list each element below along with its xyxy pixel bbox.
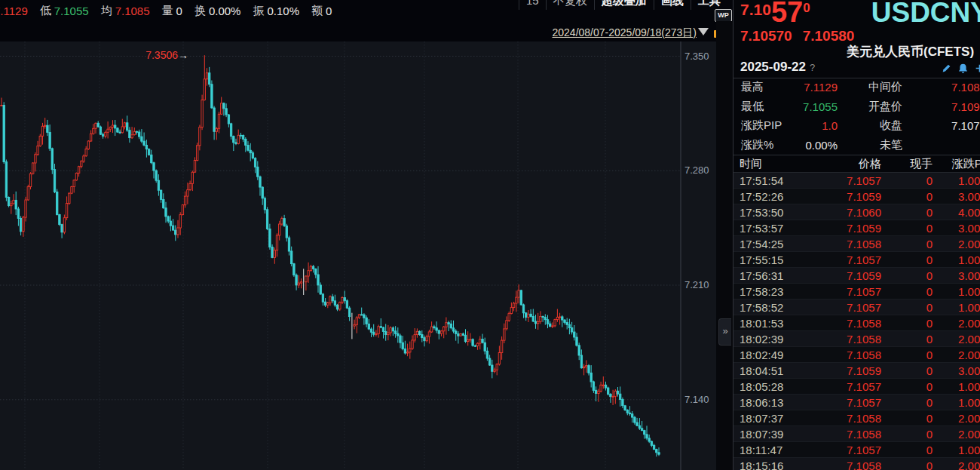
toolbar-item-超级叠加[interactable]: 超级叠加 <box>594 0 654 10</box>
date-range-row: 2024/08/07-2025/09/18(273日) <box>0 26 697 40</box>
trading-app-window: 高7.1129低7.1055均7.1085量0换0.00%振0.10%额0 15… <box>0 0 980 470</box>
ask-price: 7.10580 <box>803 28 855 44</box>
last-price: 7.10570 <box>740 1 810 26</box>
stat-row: 最高7.1129中间价7.1085 <box>733 78 980 97</box>
alert-bell-icon[interactable] <box>958 63 968 73</box>
chart-canvas[interactable] <box>0 41 716 470</box>
tick-row[interactable]: 18:02:497.105802.0000 <box>733 347 980 363</box>
y-axis-label: 7.140 <box>684 395 718 405</box>
chart-stats-items: 高7.1129低7.1055均7.1085量0换0.00%振0.10%额0 <box>0 4 344 18</box>
stat-低: 低7.1055 <box>40 4 89 18</box>
tick-row[interactable]: 18:07:397.105802.0000 <box>733 426 980 442</box>
toolbar-items: 15不复权超级叠加画线工具 <box>519 0 727 10</box>
tick-col-价格: 价格 <box>806 157 881 171</box>
stat-振: 振0.10% <box>253 4 299 18</box>
tick-row[interactable]: 18:15:167.105802.0000 <box>733 458 980 470</box>
toolbar-item-不复权[interactable]: 不复权 <box>546 0 594 10</box>
tick-row[interactable]: 17:58:527.105701.0000 <box>733 300 980 315</box>
y-axis-label: 7.210 <box>684 280 718 290</box>
tick-row[interactable]: 17:56:317.105903.0000 <box>733 268 980 284</box>
chevron-down-icon[interactable] <box>698 28 709 35</box>
tick-col-涨跌PIP: 涨跌PIP <box>933 157 980 171</box>
quote-actions <box>942 63 980 73</box>
symbol-code: USDCNY <box>871 0 980 29</box>
tick-row[interactable]: 17:51:547.105701.0000 <box>733 173 980 189</box>
tick-col-时间: 时间 <box>740 157 806 171</box>
peak-annotation: 7.3506→ <box>96 49 187 61</box>
help-icon[interactable]: ? <box>810 62 815 73</box>
tick-row[interactable]: 18:05:287.105701.0000 <box>733 379 980 395</box>
add-plus-icon[interactable] <box>975 63 980 73</box>
tick-row[interactable]: 18:07:377.105802.0000 <box>733 410 980 426</box>
tick-row[interactable]: 17:52:267.105903.0000 <box>733 189 980 204</box>
panel-gutter <box>716 21 733 470</box>
quote-panel: 7.10570 7.105707.10580 USDCNY 美元兑人民币(CFE… <box>733 0 980 470</box>
tick-table[interactable]: 17:51:547.105701.000017:52:267.105903.00… <box>733 173 980 470</box>
tick-row[interactable]: 17:55:157.105701.0000 <box>733 252 980 268</box>
tick-table-header: 时间价格现手涨跌PIP <box>733 155 980 173</box>
wp-window-icon[interactable]: WP <box>715 9 732 22</box>
edit-pencil-icon[interactable] <box>942 63 951 73</box>
tick-row[interactable]: 17:58:237.105701.0000 <box>733 284 980 300</box>
quote-stats-grid: 最高7.1129中间价7.1085最低7.1055开盘价7.1099涨跌PIP1… <box>733 78 980 155</box>
tick-col-现手: 现手 <box>881 157 933 171</box>
toolbar-item-15[interactable]: 15 <box>519 0 546 10</box>
instrument-name: 美元兑人民币(CFETS) <box>847 43 974 60</box>
stat-高: 高7.1129 <box>0 4 28 18</box>
candlestick-chart[interactable]: 7.3506→ 7.3507.2807.2107.140 <box>0 41 716 470</box>
quote-date: 2025-09-22? <box>740 60 815 75</box>
stat-row: 涨跌%0.00%未笔- <box>733 136 980 155</box>
tick-row[interactable]: 18:06:137.105701.0000 <box>733 395 980 410</box>
y-axis-label: 7.280 <box>684 165 718 176</box>
bid-price: 7.10570 <box>740 28 792 44</box>
panel-expand-handle[interactable]: » <box>718 318 731 346</box>
tick-row[interactable]: 18:02:397.105802.0000 <box>733 331 980 347</box>
tick-row[interactable]: 17:53:507.106004.0000 <box>733 204 980 220</box>
quote-header: 7.10570 7.105707.10580 USDCNY 美元兑人民币(CFE… <box>733 0 980 78</box>
toolbar-item-画线[interactable]: 画线 <box>654 0 691 10</box>
tick-row[interactable]: 17:54:257.105802.0000 <box>733 236 980 252</box>
tick-row[interactable]: 18:04:517.105903.0000 <box>733 363 980 379</box>
stat-row: 最低7.1055开盘价7.1099 <box>733 97 980 117</box>
date-range-link[interactable]: 2024/08/07-2025/09/18(273日) <box>553 26 697 38</box>
stat-额: 额0 <box>311 4 332 18</box>
tick-row[interactable]: 18:01:537.105802.0000 <box>733 315 980 331</box>
stat-量: 量0 <box>162 4 182 18</box>
bid-ask: 7.105707.10580 <box>740 28 854 45</box>
stat-换: 换0.00% <box>194 4 241 18</box>
tick-row[interactable]: 17:53:577.105903.0000 <box>733 220 980 236</box>
y-axis-label: 7.350 <box>684 51 718 62</box>
stat-均: 均7.1085 <box>101 4 150 18</box>
stat-row: 涨跌PIP1.0收盘7.1079 <box>733 116 980 136</box>
tick-row[interactable]: 18:11:477.105701.0000 <box>733 442 980 458</box>
